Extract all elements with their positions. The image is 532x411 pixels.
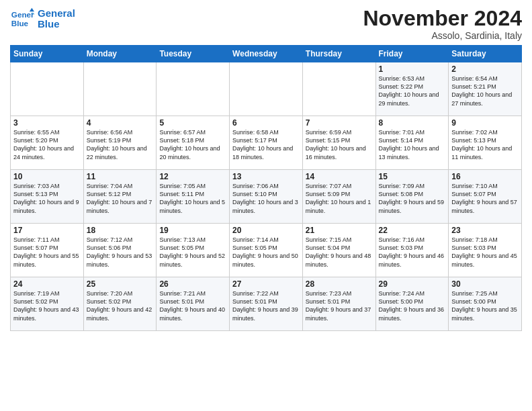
day-number: 26	[159, 279, 226, 289]
day-details: Sunrise: 7:16 AM Sunset: 5:03 PM Dayligh…	[379, 236, 446, 269]
day-number: 12	[159, 172, 226, 181]
day-details: Sunrise: 6:59 AM Sunset: 5:15 PM Dayligh…	[306, 128, 373, 161]
header-monday: Monday	[83, 46, 157, 62]
table-row: 2Sunrise: 6:54 AM Sunset: 5:21 PM Daylig…	[449, 62, 522, 116]
day-details: Sunrise: 6:57 AM Sunset: 5:18 PM Dayligh…	[159, 128, 226, 161]
calendar-table: Sunday Monday Tuesday Wednesday Thursday…	[10, 45, 522, 331]
day-number: 13	[232, 172, 300, 181]
header-thursday: Thursday	[302, 46, 375, 62]
table-row: 28Sunrise: 7:23 AM Sunset: 5:01 PM Dayli…	[302, 277, 375, 331]
day-details: Sunrise: 7:19 AM Sunset: 5:02 PM Dayligh…	[13, 289, 81, 322]
table-row: 11Sunrise: 7:04 AM Sunset: 5:12 PM Dayli…	[83, 170, 157, 224]
table-row: 20Sunrise: 7:14 AM Sunset: 5:05 PM Dayli…	[230, 224, 303, 277]
day-number: 23	[451, 226, 519, 235]
table-row: 23Sunrise: 7:18 AM Sunset: 5:03 PM Dayli…	[449, 224, 522, 277]
table-row: 21Sunrise: 7:15 AM Sunset: 5:04 PM Dayli…	[302, 224, 375, 277]
logo: General Blue General Blue	[10, 7, 75, 31]
day-details: Sunrise: 6:54 AM Sunset: 5:21 PM Dayligh…	[451, 75, 519, 107]
table-row: 15Sunrise: 7:09 AM Sunset: 5:08 PM Dayli…	[375, 170, 449, 224]
calendar-week-row: 1Sunrise: 6:53 AM Sunset: 5:22 PM Daylig…	[11, 62, 522, 116]
day-details: Sunrise: 7:24 AM Sunset: 5:00 PM Dayligh…	[379, 289, 446, 322]
day-details: Sunrise: 7:01 AM Sunset: 5:14 PM Dayligh…	[379, 128, 446, 161]
calendar-week-row: 17Sunrise: 7:11 AM Sunset: 5:07 PM Dayli…	[11, 224, 522, 277]
table-row: 22Sunrise: 7:16 AM Sunset: 5:03 PM Dayli…	[375, 224, 449, 277]
table-row: 4Sunrise: 6:56 AM Sunset: 5:19 PM Daylig…	[83, 116, 157, 170]
day-number: 3	[13, 118, 81, 128]
calendar-header-row: Sunday Monday Tuesday Wednesday Thursday…	[11, 46, 522, 62]
day-details: Sunrise: 6:53 AM Sunset: 5:22 PM Dayligh…	[379, 75, 446, 107]
calendar-week-row: 10Sunrise: 7:03 AM Sunset: 5:13 PM Dayli…	[11, 170, 522, 224]
day-number: 21	[306, 226, 373, 235]
logo-text-general: General	[38, 8, 75, 19]
day-number: 22	[379, 226, 446, 235]
header: General Blue General Blue November 2024 …	[10, 7, 522, 41]
day-details: Sunrise: 6:58 AM Sunset: 5:17 PM Dayligh…	[232, 128, 300, 161]
day-details: Sunrise: 7:05 AM Sunset: 5:11 PM Dayligh…	[159, 182, 226, 215]
calendar-week-row: 3Sunrise: 6:55 AM Sunset: 5:20 PM Daylig…	[11, 116, 522, 170]
table-row: 30Sunrise: 7:25 AM Sunset: 5:00 PM Dayli…	[449, 277, 522, 331]
header-friday: Friday	[375, 46, 449, 62]
day-number: 8	[379, 118, 446, 128]
day-number: 7	[306, 118, 373, 128]
day-details: Sunrise: 7:21 AM Sunset: 5:01 PM Dayligh…	[159, 289, 226, 322]
table-row: 1Sunrise: 6:53 AM Sunset: 5:22 PM Daylig…	[375, 62, 449, 116]
day-number: 20	[232, 226, 300, 235]
logo-text-blue: Blue	[38, 19, 75, 30]
day-number: 2	[451, 64, 519, 74]
day-number: 6	[232, 118, 300, 128]
day-number: 9	[451, 118, 519, 128]
page-title: November 2024	[363, 7, 522, 30]
table-row: 18Sunrise: 7:12 AM Sunset: 5:06 PM Dayli…	[83, 224, 157, 277]
location-label: Assolo, Sardinia, Italy	[363, 30, 522, 41]
table-row: 13Sunrise: 7:06 AM Sunset: 5:10 PM Dayli…	[230, 170, 303, 224]
day-details: Sunrise: 7:04 AM Sunset: 5:12 PM Dayligh…	[87, 182, 154, 215]
day-details: Sunrise: 7:11 AM Sunset: 5:07 PM Dayligh…	[13, 236, 81, 269]
table-row: 5Sunrise: 6:57 AM Sunset: 5:18 PM Daylig…	[157, 116, 230, 170]
table-row: 3Sunrise: 6:55 AM Sunset: 5:20 PM Daylig…	[11, 116, 84, 170]
table-row	[157, 62, 230, 116]
table-row: 26Sunrise: 7:21 AM Sunset: 5:01 PM Dayli…	[157, 277, 230, 331]
day-details: Sunrise: 7:07 AM Sunset: 5:09 PM Dayligh…	[306, 182, 373, 215]
day-number: 30	[451, 279, 519, 289]
day-details: Sunrise: 7:15 AM Sunset: 5:04 PM Dayligh…	[306, 236, 373, 269]
day-number: 27	[232, 279, 300, 289]
day-details: Sunrise: 7:06 AM Sunset: 5:10 PM Dayligh…	[232, 182, 300, 215]
day-details: Sunrise: 7:12 AM Sunset: 5:06 PM Dayligh…	[87, 236, 154, 269]
header-wednesday: Wednesday	[230, 46, 303, 62]
table-row: 27Sunrise: 7:22 AM Sunset: 5:01 PM Dayli…	[230, 277, 303, 331]
table-row: 16Sunrise: 7:10 AM Sunset: 5:07 PM Dayli…	[449, 170, 522, 224]
table-row: 6Sunrise: 6:58 AM Sunset: 5:17 PM Daylig…	[230, 116, 303, 170]
day-details: Sunrise: 7:10 AM Sunset: 5:07 PM Dayligh…	[451, 182, 519, 215]
table-row: 29Sunrise: 7:24 AM Sunset: 5:00 PM Dayli…	[375, 277, 449, 331]
table-row: 24Sunrise: 7:19 AM Sunset: 5:02 PM Dayli…	[11, 277, 84, 331]
header-saturday: Saturday	[449, 46, 522, 62]
table-row: 10Sunrise: 7:03 AM Sunset: 5:13 PM Dayli…	[11, 170, 84, 224]
day-number: 24	[13, 279, 81, 289]
table-row: 14Sunrise: 7:07 AM Sunset: 5:09 PM Dayli…	[302, 170, 375, 224]
table-row	[230, 62, 303, 116]
day-number: 15	[379, 172, 446, 181]
table-row: 25Sunrise: 7:20 AM Sunset: 5:02 PM Dayli…	[83, 277, 157, 331]
table-row: 7Sunrise: 6:59 AM Sunset: 5:15 PM Daylig…	[302, 116, 375, 170]
table-row: 19Sunrise: 7:13 AM Sunset: 5:05 PM Dayli…	[157, 224, 230, 277]
day-number: 4	[87, 118, 154, 128]
day-details: Sunrise: 6:56 AM Sunset: 5:19 PM Dayligh…	[87, 128, 154, 161]
header-sunday: Sunday	[11, 46, 84, 62]
page-container: General Blue General Blue November 2024 …	[0, 0, 532, 334]
day-details: Sunrise: 7:14 AM Sunset: 5:05 PM Dayligh…	[232, 236, 300, 269]
day-number: 14	[306, 172, 373, 181]
day-number: 11	[87, 172, 154, 181]
table-row: 17Sunrise: 7:11 AM Sunset: 5:07 PM Dayli…	[11, 224, 84, 277]
day-details: Sunrise: 7:18 AM Sunset: 5:03 PM Dayligh…	[451, 236, 519, 269]
title-block: November 2024 Assolo, Sardinia, Italy	[363, 7, 522, 41]
table-row: 9Sunrise: 7:02 AM Sunset: 5:13 PM Daylig…	[449, 116, 522, 170]
day-details: Sunrise: 7:25 AM Sunset: 5:00 PM Dayligh…	[451, 289, 519, 322]
day-number: 18	[87, 226, 154, 235]
table-row	[83, 62, 157, 116]
header-tuesday: Tuesday	[157, 46, 230, 62]
day-details: Sunrise: 7:02 AM Sunset: 5:13 PM Dayligh…	[451, 128, 519, 161]
day-number: 25	[87, 279, 154, 289]
day-number: 19	[159, 226, 226, 235]
day-number: 1	[379, 64, 446, 74]
table-row	[11, 62, 84, 116]
